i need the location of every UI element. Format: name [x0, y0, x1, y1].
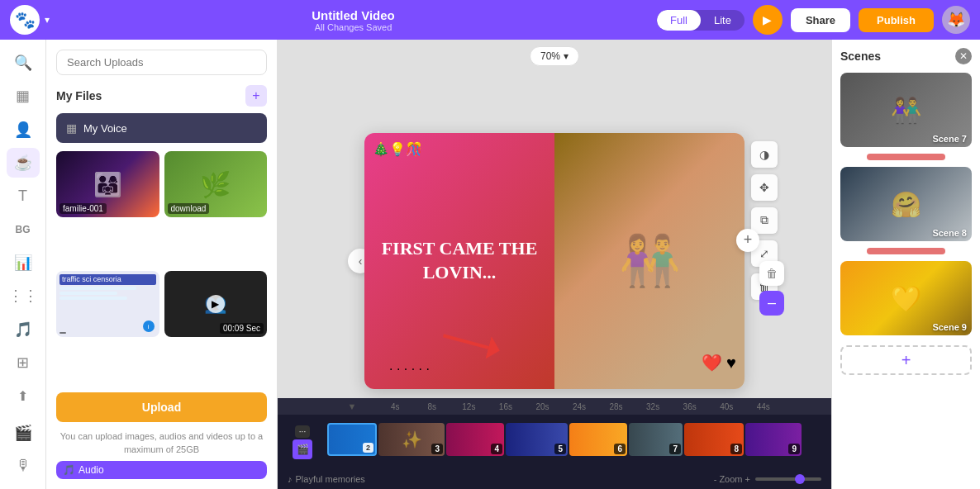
clip-number-1: 2	[363, 443, 373, 453]
my-voice-row[interactable]: ▦ My Voice	[56, 113, 267, 143]
timeline-clip-3[interactable]: 4	[446, 423, 504, 456]
mode-full-btn[interactable]: Full	[657, 10, 701, 31]
my-files-header: My Files +	[56, 85, 267, 107]
timeline-scroll[interactable]: 2 ✨ 3 4 5	[327, 421, 831, 463]
canvas-toolbar: 70% ▾	[278, 40, 831, 73]
zoom-label: - Zoom +	[714, 474, 750, 484]
add-scene-button[interactable]: +	[840, 345, 972, 375]
file-thumb-download[interactable]: 🌿 download	[164, 151, 268, 217]
file-thumb-familie[interactable]: 👨‍👩‍👧 familie-001	[56, 151, 159, 217]
sidebar-item-uploads[interactable]: ☕	[7, 148, 40, 178]
sidebar-item-audio[interactable]: 🎵	[7, 315, 40, 344]
timeline-clip-7[interactable]: 8	[684, 423, 744, 456]
my-voice-label: My Voice	[83, 122, 127, 135]
scene-8-label: Scene 8	[932, 228, 967, 238]
clip-number-4: 5	[554, 444, 566, 454]
ruler-mark: 8s	[414, 402, 451, 411]
file-thumb-screen[interactable]: traffic sci censoria i	[56, 271, 159, 337]
sidebar-item-people[interactable]: 👤	[7, 115, 40, 145]
canvas-move-button[interactable]: ✥	[751, 174, 778, 201]
logo-dropdown-icon[interactable]: ▾	[45, 14, 50, 26]
scene-8-color-bar	[867, 248, 945, 254]
scenes-close-button[interactable]: ✕	[955, 48, 972, 64]
sidebar-item-effects[interactable]: ⊞	[7, 348, 40, 377]
scene-7-color-bar	[867, 154, 945, 160]
scenes-title: Scenes	[840, 50, 881, 63]
logo-icon[interactable]: 🐾	[10, 5, 40, 35]
timeline-dots-button[interactable]: ···	[295, 425, 310, 438]
scene-thumb-7[interactable]: 👫 Scene 7	[840, 73, 972, 147]
canvas-photo-panel: 👫	[554, 133, 745, 389]
clip-number-2: 3	[431, 444, 443, 454]
zoom-control[interactable]: 70% ▾	[530, 46, 579, 66]
canvas-contrast-button[interactable]: ◑	[751, 141, 778, 168]
canvas-viewport: ‹ 🎄💡🎊 First came the Lovin... · · · · · …	[278, 73, 831, 449]
sidebar-item-upload-files[interactable]: ⬆	[7, 381, 40, 411]
canvas-text-overlay[interactable]: First came the Lovin...	[364, 221, 554, 301]
timeline-video-icon: 🎬	[293, 439, 312, 459]
audio-item[interactable]: 🎵 Audio	[56, 461, 267, 479]
add-file-button[interactable]: +	[245, 85, 267, 107]
timeline-footer: ♪ Playful memories - Zoom +	[278, 469, 831, 489]
timeline-playhead-triangle: ▼	[348, 401, 357, 411]
timeline-clip-6[interactable]: 7	[629, 423, 683, 456]
zoom-slider[interactable]	[755, 477, 821, 481]
publish-button[interactable]: Publish	[859, 8, 934, 32]
icon-sidebar: 🔍 ▦ 👤 ☕ T BG 📊 ⋮⋮ 🎵 ⊞ ⬆ 🎬 🎙	[0, 40, 46, 489]
clip-thumb-2: ✨	[402, 430, 422, 449]
zoom-value: 70%	[540, 50, 560, 62]
title-area: Untitled Video All Changes Saved	[58, 8, 649, 32]
save-status: All Changes Saved	[58, 22, 649, 32]
add-scene-button[interactable]: –	[759, 291, 784, 316]
sidebar-item-elements[interactable]: ⋮⋮	[7, 281, 40, 311]
main-layout: 🔍 ▦ 👤 ☕ T BG 📊 ⋮⋮ 🎵 ⊞ ⬆ 🎬 🎙 My Files + ▦…	[0, 40, 980, 489]
scene-thumb-8[interactable]: 🤗 Scene 8	[840, 167, 972, 241]
audio-track-label: ♪ Playful memories	[288, 474, 365, 484]
ruler-mark: 32s	[635, 402, 672, 411]
sidebar-item-video-record[interactable]: 🎬	[7, 417, 40, 447]
sidebar-item-bg[interactable]: BG	[7, 215, 40, 244]
file-thumb-video[interactable]: 👥 00:09 Sec ▶	[164, 271, 268, 337]
scenes-header: Scenes ✕	[840, 48, 972, 64]
canvas-scene: ‹ 🎄💡🎊 First came the Lovin... · · · · · …	[364, 133, 745, 389]
clip-number-6: 7	[669, 444, 681, 454]
sidebar-item-media[interactable]: ▦	[7, 81, 40, 111]
audio-note-icon: ♪	[288, 474, 293, 484]
scene-9-label: Scene 9	[932, 322, 967, 332]
upload-button[interactable]: Upload	[56, 392, 267, 422]
delete-scene-button[interactable]: 🗑	[759, 261, 784, 286]
search-uploads-input[interactable]	[56, 50, 267, 75]
timeline-clip-4[interactable]: 5	[506, 423, 568, 456]
mode-lite-btn[interactable]: Lite	[701, 10, 745, 31]
add-scene-between-button[interactable]: +	[736, 229, 759, 252]
canvas-duplicate-button[interactable]: ⧉	[751, 207, 778, 234]
canvas-dots-decoration: · · · · · ·	[389, 362, 430, 377]
timeline-clip-track: 2 ✨ 3 4 5	[327, 421, 831, 458]
sidebar-item-search[interactable]: 🔍	[7, 48, 40, 78]
canvas-frame: 🎄💡🎊 First came the Lovin... · · · · · · …	[364, 133, 745, 389]
timeline-clip-1[interactable]: 2	[327, 423, 377, 456]
file-thumb-label-screen	[59, 332, 66, 334]
clip-number-7: 8	[730, 444, 742, 454]
ruler-mark: 4s	[377, 402, 414, 411]
uploads-panel: My Files + ▦ My Voice 👨‍👩‍👧 familie-001 …	[46, 40, 278, 489]
video-title: Untitled Video	[58, 8, 649, 22]
timeline-ruler: ▼ 4s 8s 12s 16s 20s 24s 28s 32s 36s 40s …	[278, 398, 831, 415]
zoom-dropdown-icon: ▾	[564, 50, 568, 62]
sidebar-item-text[interactable]: T	[7, 181, 40, 211]
user-avatar[interactable]: 🦊	[942, 6, 970, 34]
sidebar-item-chart[interactable]: 📊	[7, 248, 40, 278]
clip-number-3: 4	[491, 444, 502, 454]
photo-placeholder-icon: 👫	[619, 231, 681, 290]
timeline-clip-2[interactable]: ✨ 3	[378, 423, 445, 456]
ruler-mark: 28s	[597, 402, 635, 411]
canvas-hearts: ❤️ ♥	[702, 353, 736, 373]
preview-play-button[interactable]: ▶	[753, 5, 783, 35]
timeline-clip-5[interactable]: 6	[569, 423, 627, 456]
scene-thumb-9[interactable]: 💛 Scene 9	[840, 261, 972, 335]
timeline-tracks: ··· 🎬 2 ✨ 3	[278, 415, 831, 469]
timeline-clip-8[interactable]: 9	[745, 423, 802, 456]
share-button[interactable]: Share	[791, 8, 850, 32]
sidebar-item-audio-record[interactable]: 🎙	[7, 451, 40, 481]
folder-icon: ▦	[66, 121, 77, 135]
